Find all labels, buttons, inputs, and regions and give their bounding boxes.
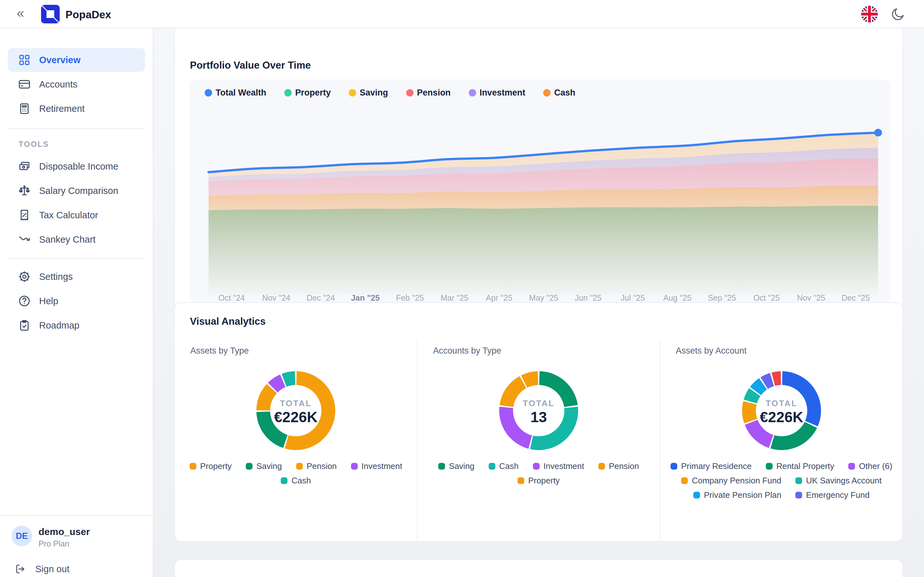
donut-segment-investment[interactable] <box>499 407 532 449</box>
donut-legend-item-saving[interactable]: Saving <box>438 461 475 471</box>
legend-swatch <box>598 463 605 470</box>
legend-swatch <box>693 492 700 498</box>
legend-swatch <box>681 477 688 484</box>
scale-icon <box>18 184 31 197</box>
legend-label: Investment <box>543 461 584 471</box>
avatar[interactable]: DE <box>11 526 32 546</box>
legend-label: Investment <box>362 461 402 471</box>
assets-by-type-donut[interactable]: TOTAL€226K <box>252 367 339 454</box>
sidebar-divider <box>8 128 145 129</box>
donut-legend-item-emergency-fund[interactable]: Emergency Fund <box>795 490 869 500</box>
assets-by-type-legend: PropertySavingPensionInvestmentCash <box>187 461 405 486</box>
x-axis-tick: Sep "25 <box>708 293 736 302</box>
donut-legend-row: Property <box>430 476 648 486</box>
accounts-by-type-donut[interactable]: TOTAL13 <box>495 367 582 454</box>
sidebar-item-label: Retirement <box>39 103 85 114</box>
sidebar-item-salary-comparison[interactable]: Salary Comparison <box>8 179 145 203</box>
donut-legend-item-property[interactable]: Property <box>190 461 232 471</box>
x-axis-tick: Oct "24 <box>218 293 245 302</box>
legend-label: Pension <box>307 461 337 471</box>
donut-legend-item-property[interactable]: Property <box>517 476 559 486</box>
sidebar-item-help[interactable]: Help <box>8 289 145 313</box>
calculator-icon <box>18 102 31 115</box>
donut-segment-rental-property[interactable] <box>771 422 817 450</box>
area-band-property <box>208 206 878 295</box>
donut-legend-item-pension[interactable]: Pension <box>296 461 337 471</box>
donut-legend-row: PropertySavingPensionInvestment <box>187 461 405 471</box>
sidebar-item-roadmap[interactable]: Roadmap <box>8 314 145 337</box>
sidebar-item-settings[interactable]: Settings <box>8 265 145 288</box>
legend-label: Emergency Fund <box>806 490 869 500</box>
x-axis-tick: Feb "25 <box>396 293 424 302</box>
sign-out-button[interactable]: Sign out <box>14 563 69 575</box>
brand-name: PopaDex <box>65 9 111 21</box>
sidebar-item-tax-calculator[interactable]: Tax Calculator <box>8 203 145 227</box>
accounts-by-type-column: Accounts by Type TOTAL13 SavingCashInves… <box>417 339 660 542</box>
sidebar-item-label: Roadmap <box>39 320 79 331</box>
visual-analytics-title: Visual Analytics <box>190 316 266 327</box>
legend-label: Cash <box>499 461 519 471</box>
sidebar-divider <box>8 258 145 259</box>
legend-swatch <box>296 463 303 470</box>
sign-out-label: Sign out <box>35 564 69 574</box>
donut-segment-pension[interactable] <box>499 376 526 407</box>
legend-label: Company Pension Fund <box>692 476 781 486</box>
gear-icon <box>18 270 31 283</box>
donut-legend-item-rental-property[interactable]: Rental Property <box>766 461 835 471</box>
legend-swatch <box>246 463 252 470</box>
portfolio-area-chart[interactable]: Oct "24Nov "24Dec "24Jan "25Feb "25Mar "… <box>190 79 890 303</box>
sidebar-item-label: Disposable Income <box>39 161 118 172</box>
sidebar-item-accounts[interactable]: Accounts <box>8 73 145 96</box>
main-content: Portfolio Value Over Time Total WealthPr… <box>154 28 924 577</box>
legend-label: Pension <box>609 461 639 471</box>
sidebar-item-retirement[interactable]: Retirement <box>8 97 145 121</box>
logout-icon <box>14 563 26 575</box>
donut-legend-item-investment[interactable]: Investment <box>351 461 402 471</box>
x-axis-tick: Jun "25 <box>575 293 602 302</box>
donut-legend-item-private-pension-plan[interactable]: Private Pension Plan <box>693 490 781 500</box>
top-header: « PopaDex <box>0 0 924 28</box>
x-axis-tick: Dec "25 <box>842 293 870 302</box>
donut-legend-item-investment[interactable]: Investment <box>533 461 584 471</box>
legend-swatch <box>517 477 524 484</box>
legend-swatch <box>670 463 677 470</box>
assets-by-account-legend: Primary ResidenceRental PropertyOther (6… <box>672 461 890 500</box>
donut-total-value: €226K <box>760 409 803 425</box>
historic-balance-card: Historic Balance Export CSV <box>174 559 903 577</box>
sidebar-item-overview[interactable]: Overview <box>8 48 145 72</box>
receipt-icon <box>18 209 31 221</box>
donut-legend-row: Primary ResidenceRental PropertyOther (6… <box>672 461 890 471</box>
donut-segment-company-pension-fund[interactable] <box>742 401 757 423</box>
grid-icon <box>18 53 31 66</box>
sidebar-item-disposable-income[interactable]: Disposable Income <box>8 155 145 178</box>
sidebar-divider <box>0 515 153 516</box>
tools-section-label: TOOLS <box>19 140 49 149</box>
x-axis-tick: Apr "25 <box>486 293 512 302</box>
x-axis-tick: Jul "25 <box>621 293 645 302</box>
assets-by-account-donut[interactable]: TOTAL€226K <box>738 367 825 454</box>
user-plan-badge: Pro Plan <box>39 539 69 548</box>
sidebar-item-sankey-chart[interactable]: Sankey Chart <box>8 227 145 251</box>
donut-legend-item-primary-residence[interactable]: Primary Residence <box>670 461 752 471</box>
donut-legend-row: Private Pension PlanEmergency Fund <box>672 490 890 500</box>
donut-legend-item-company-pension-fund[interactable]: Company Pension Fund <box>681 476 781 486</box>
sidebar-collapse-icon[interactable]: « <box>17 6 24 20</box>
banknotes-icon <box>18 160 31 173</box>
donut-total-value: 13 <box>530 409 547 425</box>
donut-legend-item-saving[interactable]: Saving <box>246 461 282 471</box>
donut-legend-item-uk-savings-account[interactable]: UK Savings Account <box>795 476 882 486</box>
sidebar-item-label: Salary Comparison <box>39 185 118 196</box>
legend-swatch <box>489 463 495 470</box>
donut-legend-item-pension[interactable]: Pension <box>598 461 639 471</box>
line-end-dot <box>874 129 882 137</box>
x-axis-tick: Nov "24 <box>262 293 290 302</box>
donut-legend-item-cash[interactable]: Cash <box>281 476 311 486</box>
legend-swatch <box>351 463 358 470</box>
dark-mode-moon-icon[interactable] <box>891 7 905 21</box>
app-root: « PopaDex <box>0 0 924 577</box>
donut-legend-item-other-6-[interactable]: Other (6) <box>848 461 892 471</box>
donut-legend-item-cash[interactable]: Cash <box>489 461 519 471</box>
accounts-by-type-legend: SavingCashInvestmentPensionProperty <box>430 461 648 486</box>
portfolio-chart-panel: Total WealthPropertySavingPensionInvestm… <box>190 79 890 303</box>
language-flag-icon[interactable] <box>861 6 878 23</box>
